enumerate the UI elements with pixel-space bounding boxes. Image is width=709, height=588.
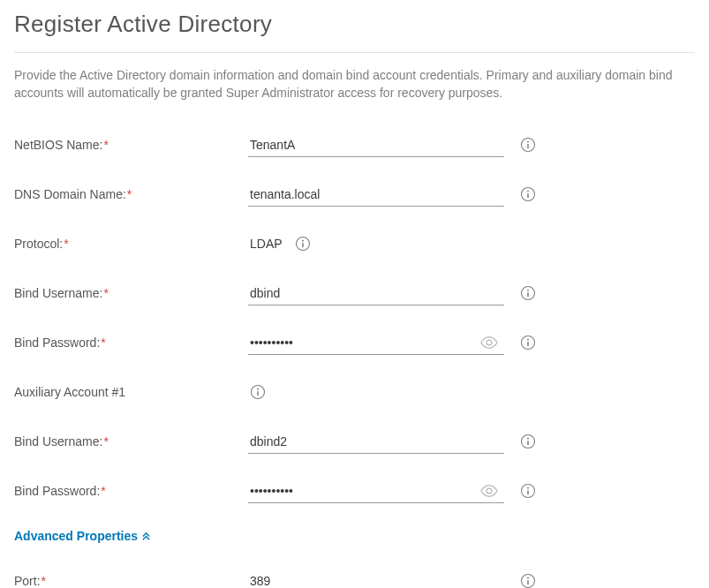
bind-username-input[interactable] [248,282,504,305]
required-marker: * [103,434,108,449]
label-port: Port:* [14,574,248,588]
label-aux-section: Auxiliary Account #1 [14,385,248,399]
info-icon[interactable] [520,137,536,153]
ad-form: NetBIOS Name:* DNS Domain Name:* Protoco… [14,132,695,588]
info-icon[interactable] [520,483,536,499]
info-icon[interactable] [520,335,536,351]
row-aux-section: Auxiliary Account #1 [14,379,695,405]
row-aux-user: Bind Username:* [14,428,695,455]
chevrons-up-icon [141,531,151,541]
required-marker: * [101,484,105,498]
aux-password-input[interactable] [248,479,504,503]
aux-username-input[interactable] [248,430,504,454]
eye-icon[interactable] [479,335,499,350]
netbios-input[interactable] [248,133,504,157]
label-dns: DNS Domain Name:* [14,187,248,201]
required-marker: * [103,286,108,300]
label-aux-pass: Bind Password:* [14,484,248,498]
label-netbios: NetBIOS Name:* [14,138,248,152]
protocol-value: LDAP [248,231,313,256]
bind-password-input[interactable] [248,331,504,355]
required-marker: * [64,237,68,251]
page-title: Register Active Directory [14,11,695,53]
row-aux-pass: Bind Password:* [14,478,695,504]
row-dns: DNS Domain Name:* [14,181,695,207]
row-protocol: Protocol:* LDAP [14,230,695,257]
label-protocol: Protocol:* [14,237,248,251]
label-bind-pass: Bind Password:* [14,335,248,350]
label-aux-user: Bind Username:* [14,434,248,449]
required-marker: * [127,187,132,201]
required-marker: * [101,335,105,350]
info-icon[interactable] [520,285,536,301]
info-icon[interactable] [520,573,536,588]
info-icon[interactable] [250,384,266,400]
row-bind-user: Bind Username:* [14,280,695,306]
port-input[interactable] [248,569,504,588]
advanced-properties-toggle[interactable]: Advanced Properties [14,529,151,543]
info-icon[interactable] [295,236,311,252]
info-icon[interactable] [520,433,536,449]
info-icon[interactable] [520,186,536,202]
eye-icon[interactable] [479,484,499,498]
row-netbios: NetBIOS Name:* [14,132,695,158]
row-port: Port:* [14,568,695,588]
row-bind-pass: Bind Password:* [14,329,695,356]
dns-input[interactable] [248,183,504,207]
page-description: Provide the Active Directory domain info… [14,67,695,102]
required-marker: * [103,138,108,152]
required-marker: * [41,574,46,588]
label-bind-user: Bind Username:* [14,286,248,300]
